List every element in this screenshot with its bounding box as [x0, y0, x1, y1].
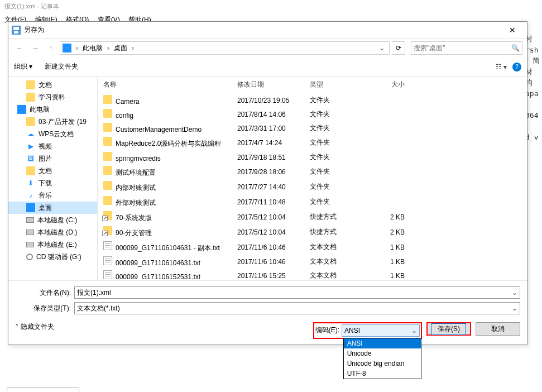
file-type: 文件夹 — [310, 123, 366, 133]
tree-item[interactable]: 文档 — [8, 79, 97, 91]
forward-button[interactable]: → — [28, 41, 42, 55]
tree-item-label: 03-产品开发 (19 — [39, 117, 87, 127]
tree-item[interactable]: ♪音乐 — [8, 189, 97, 202]
breadcrumb-desktop[interactable]: 桌面 — [114, 44, 127, 53]
file-type: 文件夹 — [310, 167, 366, 176]
encoding-group: 编码(E): ANSI ⌄ ANSIUnicodeUnicode big end… — [313, 322, 422, 339]
filename-label: 文件名(N): — [15, 288, 71, 298]
filetype-value: 文本文档(*.txt) — [77, 304, 512, 313]
close-button[interactable]: ✕ — [501, 26, 524, 35]
address-bar[interactable]: 此电脑 桌面 ⌄ — [60, 41, 390, 55]
file-name: 000099_G171106104631 - 副本.txt — [116, 244, 220, 252]
file-row[interactable]: 90-分支管理2017/5/12 10:04快捷方式2 KB — [98, 224, 527, 240]
tree-item-label: WPS云文档 — [39, 130, 74, 139]
file-row[interactable]: config2017/8/14 14:06文件夹 — [98, 107, 527, 121]
tree-item-label: 本地磁盘 (D:) — [37, 228, 77, 237]
encoding-dropdown[interactable]: ANSIUnicodeUnicode big endianUTF-8 — [343, 338, 421, 379]
help-icon[interactable]: ? — [512, 63, 521, 71]
search-input[interactable] — [414, 44, 511, 52]
up-button[interactable]: ↑ — [44, 41, 57, 55]
save-button[interactable]: 保存(S) — [426, 322, 471, 336]
tree-item[interactable]: ⬇下载 — [8, 177, 97, 189]
file-row[interactable]: 外部对账测试2017/7/11 10:48文件夹 — [98, 194, 527, 209]
tree-item[interactable]: 学习资料 — [8, 91, 97, 103]
tree-item-label: CD 驱动器 (G:) — [36, 252, 81, 262]
encoding-option[interactable]: Unicode — [344, 348, 421, 358]
encoding-option[interactable]: UTF-8 — [344, 369, 421, 379]
hide-folders-label: 隐藏文件夹 — [21, 322, 54, 332]
file-list-header: 名称 修改日期 类型 大小 — [98, 77, 527, 93]
file-name: 000099_G171106104631.txt — [116, 259, 200, 267]
tree-item[interactable]: 文档 — [8, 165, 97, 177]
search-icon[interactable]: 🔍 — [511, 44, 520, 52]
file-row[interactable]: CustomerManagementDemo2017/3/31 17:00文件夹 — [98, 121, 527, 135]
txt-icon — [103, 256, 112, 265]
tree-item[interactable]: 本地磁盘 (D:) — [8, 226, 97, 238]
file-name: Camera — [116, 98, 140, 106]
hide-folders-toggle[interactable]: ˄ 隐藏文件夹 — [15, 322, 54, 332]
col-type[interactable]: 类型 — [310, 80, 366, 89]
pc-icon — [63, 44, 71, 52]
monitor-icon — [17, 105, 26, 114]
encoding-option[interactable]: Unicode big endian — [344, 358, 421, 369]
tree-item-label: 此电脑 — [30, 105, 50, 114]
encoding-select[interactable]: ANSI ⌄ — [342, 324, 420, 337]
tree-item-label: 下载 — [39, 179, 52, 188]
folder-icon — [103, 181, 112, 190]
view-mode-button[interactable]: ☷ ▾ — [496, 63, 507, 71]
file-row[interactable]: 000099_G171106104631 - 副本.txt2017/11/6 1… — [98, 240, 527, 255]
cancel-button[interactable]: 取消 — [476, 322, 520, 336]
tree-item[interactable]: 🖼图片 — [8, 152, 97, 165]
file-name: 外部对账测试 — [116, 199, 156, 207]
file-size: 2 KB — [366, 213, 405, 221]
organize-button[interactable]: 组织 ▾ — [14, 63, 32, 70]
col-size[interactable]: 大小 — [366, 80, 405, 89]
file-type: 文件夹 — [310, 109, 366, 119]
folder-icon — [26, 93, 35, 102]
file-row[interactable]: MapReduce2.0源码分析与实战编程2017/4/7 14:24文件夹 — [98, 135, 527, 150]
file-date: 2017/7/11 10:48 — [237, 198, 310, 206]
filetype-dropdown-icon[interactable]: ⌄ — [512, 304, 517, 312]
tree-item-label: 本地磁盘 (C:) — [37, 216, 77, 225]
encoding-option[interactable]: ANSI — [344, 338, 421, 348]
file-row[interactable]: 内部对账测试2017/7/27 14:40文件夹 — [98, 179, 527, 194]
nav-tree[interactable]: 文档学习资料此电脑03-产品开发 (19☁WPS云文档▶视频🖼图片文档⬇下载♪音… — [8, 77, 98, 280]
tree-item[interactable]: 本地磁盘 (C:) — [8, 214, 97, 226]
tree-item[interactable]: 此电脑 — [8, 103, 97, 116]
file-row[interactable]: 70-系统发版2017/5/12 10:04快捷方式2 KB — [98, 209, 527, 224]
shortcut-icon — [103, 211, 112, 220]
new-folder-button[interactable]: 新建文件夹 — [45, 63, 78, 70]
file-list[interactable]: 名称 修改日期 类型 大小 Camera2017/10/23 19:05文件夹c… — [98, 77, 527, 280]
filename-input[interactable] — [77, 289, 512, 297]
file-row[interactable]: 测试环境配置2017/9/28 18:06文件夹 — [98, 164, 527, 179]
file-row[interactable]: 000099_G171106152531.txt2017/11/6 15:25文… — [98, 269, 527, 280]
chevron-up-icon: ˄ — [15, 323, 18, 331]
tree-item[interactable]: 桌面 — [8, 202, 97, 214]
filename-combo[interactable]: ⌄ — [74, 286, 520, 299]
file-row[interactable]: 000099_G171106104631.txt2017/11/6 10:46文… — [98, 255, 527, 269]
filetype-combo[interactable]: 文本文档(*.txt) ⌄ — [74, 302, 520, 314]
filename-dropdown-icon[interactable]: ⌄ — [512, 289, 517, 297]
folder-icon — [103, 152, 112, 161]
file-name: 90-分支管理 — [116, 229, 152, 237]
tree-item[interactable]: CD 驱动器 (G:) — [8, 251, 97, 263]
folder-icon — [26, 117, 35, 126]
back-button[interactable]: ← — [13, 41, 26, 55]
col-date[interactable]: 修改日期 — [237, 80, 310, 89]
tree-item[interactable]: ☁WPS云文档 — [8, 128, 97, 140]
col-name[interactable]: 名称 — [103, 80, 237, 89]
search-box[interactable]: 🔍 — [411, 41, 522, 55]
file-row[interactable]: Camera2017/10/23 19:05文件夹 — [98, 93, 527, 107]
breadcrumb-pc[interactable]: 此电脑 — [83, 44, 103, 53]
tree-item[interactable]: 03-产品开发 (19 — [8, 116, 97, 128]
file-size: 2 KB — [366, 228, 405, 236]
address-dropdown-icon[interactable]: ⌄ — [377, 44, 387, 52]
disk-icon — [26, 242, 34, 247]
download-icon: ⬇ — [26, 179, 35, 188]
file-row[interactable]: springmvcredis2017/9/18 18:51文件夹 — [98, 150, 527, 164]
tree-item[interactable]: 本地磁盘 (E:) — [8, 238, 97, 251]
refresh-button[interactable]: ⟳ — [392, 41, 405, 55]
tree-item[interactable]: ▶视频 — [8, 140, 97, 152]
folder-icon — [103, 109, 112, 118]
file-size: 1 KB — [366, 272, 405, 280]
